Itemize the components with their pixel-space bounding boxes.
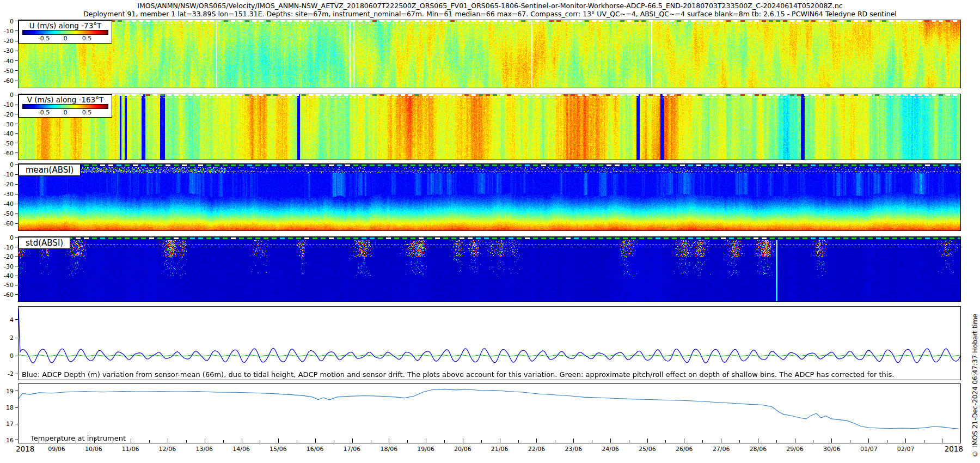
y-tick-label: -40 <box>4 272 14 279</box>
y-tick-label: -10 <box>4 243 14 251</box>
u-legend: U (m/s) along -73°T -0.5 0 0.5 <box>19 20 112 44</box>
x-tick-label: 25/06 <box>639 446 656 453</box>
v-colorbar <box>22 104 108 109</box>
u-plot-area: U (m/s) along -73°T -0.5 0 0.5 <box>18 20 961 88</box>
depth-annotation-text: Blue: ADCP Depth (m) variation from sens… <box>22 370 894 379</box>
u-heatmap-canvas <box>19 20 960 88</box>
mean-absi-panel: 0-10-20-30-40-50-60 mean(ABSI) <box>18 163 961 231</box>
y-tick-label: 17 <box>6 421 14 428</box>
y-tick-label: -40 <box>4 57 14 64</box>
std-absi-heatmap-canvas <box>19 237 960 301</box>
y-tick-label: -30 <box>4 120 14 127</box>
v-legend: V (m/s) along -163°T -0.5 0 0.5 <box>19 94 112 118</box>
u-colorbar-wrap: -0.5 0 0.5 <box>22 30 108 42</box>
v-colorbar-tick: 0 <box>64 109 68 116</box>
u-colorbar-tick: 0.5 <box>82 35 92 42</box>
y-tick-label: -60 <box>4 291 14 298</box>
std-absi-panel: 0-10-20-30-40-50-60 std(ABSI) <box>18 236 961 302</box>
depth-variation-axis: 420-2 <box>0 306 18 380</box>
x-tick-label: 24/06 <box>602 446 619 453</box>
std-absi-plot-area: std(ABSI) <box>18 236 961 302</box>
x-tick-label: 23/06 <box>565 446 582 453</box>
temperature-label: Temperature at instrument <box>30 434 126 442</box>
x-tick-label: 21/06 <box>491 446 509 453</box>
y-tick-label: -10 <box>4 171 14 178</box>
v-heatmap-canvas <box>19 94 960 160</box>
v-legend-title: V (m/s) along -163°T <box>22 95 108 104</box>
v-depth-axis: 0-10-20-30-40-50-60 <box>0 94 18 160</box>
y-tick-label: -2 <box>8 370 14 377</box>
y-tick-label: -60 <box>4 220 14 227</box>
y-tick-label: -60 <box>4 77 14 84</box>
y-tick-label: -10 <box>4 101 14 108</box>
title-line-2: Deployment 91, member 1 lat=33.89S lon=1… <box>0 10 980 18</box>
mean-absi-depth-axis: 0-10-20-30-40-50-60 <box>0 163 18 231</box>
figure-header: IMOS/ANMN/NSW/ORS065/Velocity/IMOS_ANMN-… <box>0 0 980 20</box>
mean-absi-plot-area: mean(ABSI) <box>18 163 961 231</box>
copyright-vertical-text: © IMOS 21-Dec-2024 06:47:37 Hobart time <box>971 314 979 458</box>
y-tick-label: -50 <box>4 282 14 289</box>
u-colorbar-tick: 0 <box>64 35 68 42</box>
y-tick-label: -30 <box>4 47 14 54</box>
y-tick-label: 0 <box>10 92 14 99</box>
y-tick-label: -10 <box>4 27 14 34</box>
x-tick-label: 01/07 <box>860 446 878 453</box>
u-colorbar-tick: -0.5 <box>38 35 50 42</box>
x-tick-label: 22/06 <box>528 446 546 453</box>
std-absi-depth-axis: 0-10-20-30-40-50-60 <box>0 236 18 302</box>
y-tick-label: 0 <box>10 161 14 168</box>
y-tick-label: -50 <box>4 139 14 147</box>
x-tick-label: 10/06 <box>85 446 102 453</box>
temperature-panel: 19181716 Temperature at instrument <box>18 383 961 443</box>
mean-absi-label: mean(ABSI) <box>19 164 81 176</box>
y-tick-label: 2 <box>10 334 14 342</box>
y-tick-label: -20 <box>4 181 14 188</box>
x-tick-label: 29/06 <box>786 446 804 453</box>
u-velocity-panel: 0-10-20-30-40-50-60 U (m/s) along -73°T … <box>18 20 961 88</box>
u-colorbar-ticks: -0.5 0 0.5 <box>22 35 108 42</box>
y-tick-label: -60 <box>4 149 14 156</box>
x-tick-label: 13/06 <box>195 446 213 453</box>
depth-variation-canvas <box>19 307 960 380</box>
temperature-canvas <box>19 384 960 443</box>
x-tick-label: 30/06 <box>823 446 841 453</box>
u-depth-axis: 0-10-20-30-40-50-60 <box>0 20 18 88</box>
x-tick-label: 18/06 <box>380 446 397 453</box>
title-line-1: IMOS/ANMN/NSW/ORS065/Velocity/IMOS_ANMN-… <box>0 2 980 10</box>
y-tick-label: -20 <box>4 253 14 260</box>
x-tick-label: 16/06 <box>307 446 324 453</box>
u-legend-title: U (m/s) along -73°T <box>22 21 108 30</box>
x-tick-label: 12/06 <box>159 446 176 453</box>
y-tick-label: -50 <box>4 67 14 74</box>
adcp-figure: IMOS/ANMN/NSW/ORS065/Velocity/IMOS_ANMN-… <box>0 0 980 463</box>
mean-absi-heatmap-canvas <box>19 164 960 230</box>
y-tick-label: -40 <box>4 200 14 208</box>
x-axis-row: 2018 2018 09/0610/0611/0612/0613/0614/06… <box>18 443 961 456</box>
x-tick-label: 26/06 <box>676 446 693 453</box>
v-colorbar-wrap: -0.5 0 0.5 <box>22 104 108 116</box>
x-tick-label: 09/06 <box>48 446 65 453</box>
y-tick-label: 4 <box>10 316 14 323</box>
v-colorbar-tick: 0.5 <box>82 109 92 116</box>
y-tick-label: -30 <box>4 191 14 198</box>
x-tick-label: 14/06 <box>232 446 250 453</box>
year-right-label: 2018 <box>945 444 963 453</box>
y-tick-label: 0 <box>10 234 14 241</box>
y-tick-label: -50 <box>4 210 14 217</box>
y-tick-label: 18 <box>6 404 14 411</box>
v-colorbar-ticks: -0.5 0 0.5 <box>22 109 108 116</box>
temperature-axis: 19181716 <box>0 383 18 443</box>
y-tick-label: 19 <box>6 387 14 394</box>
y-tick-label: -30 <box>4 263 14 270</box>
temperature-plot-area: Temperature at instrument <box>18 383 961 443</box>
v-velocity-panel: 0-10-20-30-40-50-60 V (m/s) along -163°T… <box>18 94 961 160</box>
x-tick-label: 20/06 <box>454 446 471 453</box>
std-absi-label: std(ABSI) <box>19 237 70 249</box>
year-left-label: 2018 <box>16 444 34 453</box>
y-tick-label: 16 <box>6 436 14 443</box>
x-tick-label: 19/06 <box>417 446 434 453</box>
y-tick-label: -20 <box>4 38 14 45</box>
depth-variation-plot-area: Blue: ADCP Depth (m) variation from sens… <box>18 306 961 380</box>
x-tick-label: 28/06 <box>750 446 767 453</box>
depth-variation-panel: 420-2 Blue: ADCP Depth (m) variation fro… <box>18 306 961 380</box>
